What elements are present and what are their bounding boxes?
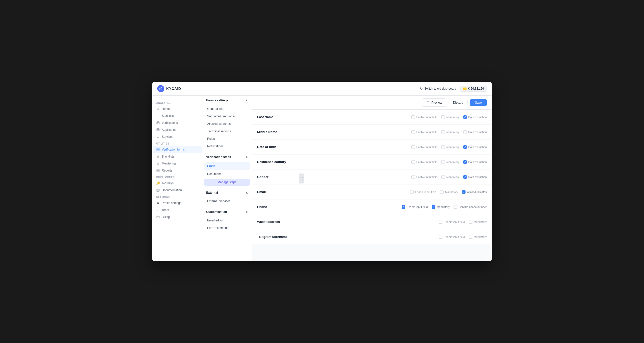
panel-item-profile[interactable]: Profile [204,162,250,170]
documentation-icon [156,188,160,192]
mandatory-checkbox[interactable] [440,190,444,194]
sidebar-item-team-label: Team [162,208,169,212]
verification-steps-header[interactable]: Verification steps ∧ [202,152,252,162]
panel-item-general-info[interactable]: General info [202,105,252,112]
save-button[interactable]: Save [470,99,487,106]
preview-label: Preview [431,101,442,104]
sidebar-item-profile-settings[interactable]: ⚙ Profile settings [152,200,202,206]
sidebar-item-verifications[interactable]: Verifications [152,119,202,126]
services-icon [156,135,160,138]
third-control-checkbox[interactable] [454,205,457,209]
profile-settings-icon: ⚙ [156,201,160,205]
panel-item-rules[interactable]: Rules [202,135,252,142]
discard-button[interactable]: Discard [449,99,468,106]
sidebar-item-blacklists[interactable]: ◎ Blacklists [152,153,202,160]
switch-dashboard-button[interactable]: ↻ Switch to old dashboard [420,86,456,90]
utilities-section-label: Utilities [152,140,202,146]
enable-input-label: Enable input field [416,116,437,118]
forms-settings-header[interactable]: Form's settings ∧ [202,96,252,105]
enable-input-group: Enable input field [411,145,437,149]
mandatory-checkbox[interactable] [469,235,472,239]
sidebar-item-team[interactable]: Team [152,206,202,214]
enable-input-checkbox[interactable] [402,205,405,209]
mandatory-checkbox[interactable] [441,130,445,134]
field-controls: Enable input fieldMandatoryData extracti… [411,130,487,134]
enable-input-checkbox[interactable] [439,235,442,239]
sidebar-item-home[interactable]: ⌂ Home [152,105,202,112]
svg-rect-8 [158,128,159,130]
enable-input-checkbox[interactable] [411,130,415,134]
external-label: External [206,191,218,194]
preview-button[interactable]: Preview [422,98,446,106]
sidebar-item-statistics[interactable]: Statistics [152,112,202,119]
sidebar-item-monitoring[interactable]: ⊛ Monitoring [152,160,202,167]
enable-input-group: Enable input field [439,220,465,224]
third-control-group: Allow duplicates [462,190,487,194]
panel-item-notifications[interactable]: Notifications [202,142,252,150]
sidebar-item-api-keys[interactable]: 🔑 API keys [152,180,202,187]
field-name: Telegram username [257,235,307,239]
panel-item-external-services[interactable]: External Services [202,198,252,205]
enable-input-label: Enable input field [416,146,437,148]
mandatory-checkbox[interactable] [432,205,435,209]
panel-item-supported-languages[interactable]: Supported languages [202,112,252,120]
enable-input-label: Enable input field [415,190,436,194]
mandatory-checkbox[interactable] [441,160,445,164]
manage-steps-button[interactable]: Manage steps [204,179,250,186]
svg-rect-0 [157,115,157,117]
table-row: Telegram usernameEnable input fieldManda… [252,230,492,244]
sidebar-item-documentation[interactable]: Documentation [152,187,202,194]
third-control-label: Data extraction [468,176,487,178]
panel-item-allowed-countries[interactable]: Allowed countries [202,120,252,128]
mandatory-checkbox[interactable] [441,145,445,149]
enable-input-checkbox[interactable] [411,145,415,149]
developers-section-label: Developers [152,174,202,180]
third-control-checkbox[interactable] [462,190,466,194]
settings-section-label: Settings [152,194,202,200]
enable-input-group: Enable input field [411,175,437,179]
panel-item-technical-settings[interactable]: Technical settings [202,128,252,135]
enable-input-checkbox[interactable] [411,175,415,179]
third-control-checkbox[interactable] [463,130,467,134]
home-icon: ⌂ [156,107,160,110]
enable-input-group: Enable input field [439,235,465,239]
third-control-checkbox[interactable] [463,145,467,149]
sidebar-item-applicants[interactable]: Applicants [152,126,202,133]
panel-item-email-editor[interactable]: Email editor [202,217,252,224]
applicants-icon [156,128,160,132]
sidebar-item-verification-forms-label: Verification forms [162,148,185,151]
svg-rect-9 [157,130,158,131]
collapse-panel-button[interactable]: 《 [299,174,304,184]
sidebar-item-verification-forms[interactable]: Verification forms [152,146,202,153]
mandatory-group: Mandatory [441,160,459,164]
third-control-checkbox[interactable] [463,115,467,119]
sidebar-item-documentation-label: Documentation [162,188,182,192]
third-control-checkbox[interactable] [463,160,467,164]
enable-input-group: Enable input field [410,190,436,194]
mandatory-checkbox[interactable] [469,220,472,224]
enable-input-checkbox[interactable] [411,160,415,164]
forms-settings-section: Form's settings ∧ General info Supported… [202,96,252,150]
enable-input-checkbox[interactable] [411,115,415,119]
third-control-checkbox[interactable] [463,175,467,179]
enable-input-checkbox[interactable] [439,220,442,224]
mandatory-checkbox[interactable] [441,115,445,119]
table-row: Residence countryEnable input fieldManda… [252,154,492,170]
billing-icon [156,215,160,219]
logo-icon [157,85,164,92]
sidebar-item-home-label: Home [162,107,170,110]
field-controls: Enable input fieldMandatoryData extracti… [411,160,487,164]
mandatory-label: Mandatory [445,190,458,194]
customisation-header[interactable]: Customisation ∧ [202,207,252,217]
sidebar-item-services[interactable]: Services [152,133,202,140]
external-header[interactable]: External ∧ [202,188,252,198]
mandatory-checkbox[interactable] [441,175,445,179]
mandatory-group: Mandatory [469,220,487,224]
enable-input-checkbox[interactable] [410,190,414,194]
panel-item-document[interactable]: Document [202,170,252,178]
panel-item-forms-elements[interactable]: Form's elements [202,224,252,232]
enable-input-label: Enable input field [406,206,428,208]
sidebar-item-reports[interactable]: Reports [152,167,202,174]
mandatory-label: Mandatory [437,206,450,208]
sidebar-item-billing[interactable]: Billing [152,214,202,220]
